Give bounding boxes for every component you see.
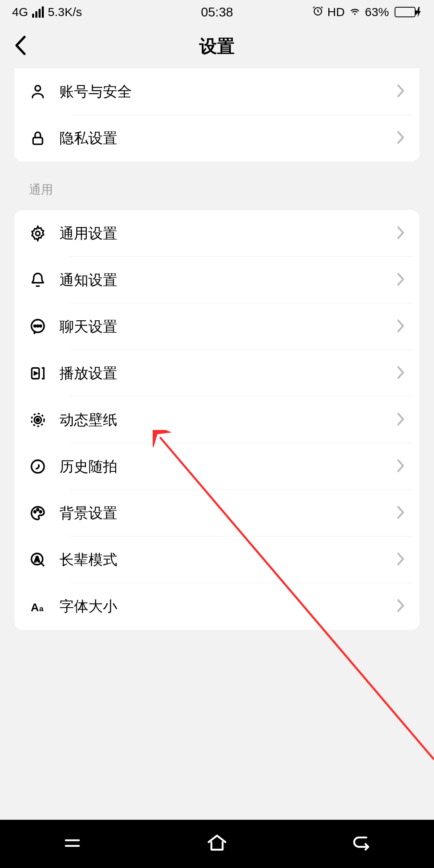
bell-icon xyxy=(29,271,47,289)
row-label: 长辈模式 xyxy=(59,550,396,570)
chevron-right-icon xyxy=(396,552,405,568)
elder-icon: A xyxy=(29,551,47,569)
hd-label: HD xyxy=(328,5,345,19)
chevron-right-icon xyxy=(396,598,405,614)
chevron-right-icon xyxy=(396,412,405,428)
row-label: 隐私设置 xyxy=(59,129,396,148)
settings-group-account: 账号与安全 隐私设置 xyxy=(14,68,420,162)
section-label-general: 通用 xyxy=(29,182,434,198)
nav-back-button[interactable] xyxy=(350,832,373,856)
svg-point-5 xyxy=(34,325,36,327)
battery-icon xyxy=(393,7,422,17)
wallpaper-icon xyxy=(29,411,47,429)
row-label: 账号与安全 xyxy=(59,82,396,102)
svg-point-3 xyxy=(36,231,40,236)
svg-point-1 xyxy=(35,86,40,91)
row-label: 聊天设置 xyxy=(59,317,396,337)
row-history-shoot[interactable]: 历史随拍 xyxy=(14,443,420,490)
chevron-right-icon xyxy=(396,459,405,475)
row-playback-settings[interactable]: 播放设置 xyxy=(14,350,420,397)
gear-icon xyxy=(29,225,47,242)
row-label: 动态壁纸 xyxy=(59,410,396,430)
row-elder-mode[interactable]: A 长辈模式 xyxy=(14,536,420,583)
svg-point-6 xyxy=(37,325,39,327)
status-right: HD 63% xyxy=(312,5,422,20)
network-type: 4G xyxy=(12,5,28,19)
row-label: 通用设置 xyxy=(59,224,396,244)
chevron-right-icon xyxy=(396,130,405,146)
signal-icon xyxy=(32,6,44,18)
svg-point-12 xyxy=(31,460,44,473)
status-time: 05:38 xyxy=(201,5,233,20)
battery-percent: 63% xyxy=(365,5,389,19)
row-label: 通知设置 xyxy=(59,270,396,290)
nav-home-button[interactable] xyxy=(206,832,228,856)
row-privacy[interactable]: 隐私设置 xyxy=(14,115,420,162)
row-label: 历史随拍 xyxy=(59,457,396,477)
back-button[interactable] xyxy=(14,36,27,57)
svg-point-15 xyxy=(40,511,42,513)
chevron-right-icon xyxy=(396,365,405,381)
row-label: 背景设置 xyxy=(59,504,396,523)
nav-menu-button[interactable] xyxy=(61,832,84,856)
svg-text:A: A xyxy=(31,601,39,614)
svg-rect-2 xyxy=(33,137,42,144)
user-icon xyxy=(29,83,47,100)
status-bar: 4G 5.3K/s 05:38 HD 63% xyxy=(0,0,434,24)
play-icon xyxy=(29,364,47,382)
row-general-settings[interactable]: 通用设置 xyxy=(14,210,420,257)
chevron-right-icon xyxy=(396,505,405,521)
chevron-right-icon xyxy=(396,225,405,242)
chevron-right-icon xyxy=(396,272,405,288)
lock-icon xyxy=(29,129,47,147)
row-account-security[interactable]: 账号与安全 xyxy=(14,68,420,115)
chevron-right-icon xyxy=(396,84,405,100)
svg-point-11 xyxy=(37,419,39,422)
svg-point-7 xyxy=(40,325,41,327)
chevron-right-icon xyxy=(396,319,405,335)
status-left: 4G 5.3K/s xyxy=(12,5,82,19)
svg-point-14 xyxy=(37,509,39,511)
network-speed: 5.3K/s xyxy=(48,5,82,19)
svg-point-13 xyxy=(34,511,36,513)
header: 设置 xyxy=(0,24,434,68)
system-nav-bar xyxy=(0,820,434,868)
chat-icon xyxy=(29,318,47,336)
page-title: 设置 xyxy=(199,35,235,58)
row-live-wallpaper[interactable]: 动态壁纸 xyxy=(14,397,420,443)
wifi-icon xyxy=(349,5,361,20)
settings-group-general: 通用设置 通知设置 聊天设置 播放设置 动态壁纸 xyxy=(14,210,420,630)
row-label: 字体大小 xyxy=(59,597,396,616)
svg-text:A: A xyxy=(35,555,40,563)
row-chat-settings[interactable]: 聊天设置 xyxy=(14,303,420,350)
svg-text:a: a xyxy=(39,604,44,613)
font-icon: Aa xyxy=(29,598,47,615)
row-background-settings[interactable]: 背景设置 xyxy=(14,490,420,536)
row-font-size[interactable]: Aa 字体大小 xyxy=(14,583,420,630)
alarm-icon xyxy=(312,5,323,19)
row-label: 播放设置 xyxy=(59,364,396,383)
row-notification-settings[interactable]: 通知设置 xyxy=(14,257,420,303)
palette-icon xyxy=(29,504,47,522)
history-icon xyxy=(29,458,47,475)
